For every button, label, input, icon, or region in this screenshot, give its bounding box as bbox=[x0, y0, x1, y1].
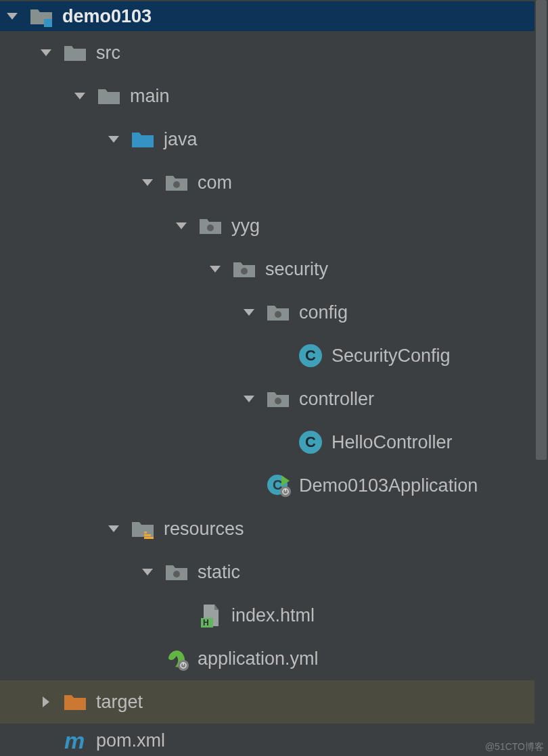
node-label: src bbox=[96, 44, 120, 62]
class-icon: C bbox=[299, 344, 322, 367]
folder-icon bbox=[96, 83, 122, 109]
node-label: pom.xml bbox=[96, 732, 165, 750]
tree-node-root[interactable]: demo0103 bbox=[0, 1, 548, 31]
node-label: resources bbox=[164, 520, 244, 538]
node-label: security bbox=[265, 260, 328, 279]
tree-node-application-yml[interactable]: application.yml bbox=[0, 637, 548, 680]
node-label: SecurityConfig bbox=[332, 347, 451, 365]
tree-node-target[interactable]: target bbox=[0, 680, 548, 724]
tree-node-demo-app[interactable]: Demo0103Application bbox=[0, 464, 548, 507]
node-label: main bbox=[130, 87, 170, 105]
chevron-down-icon[interactable] bbox=[70, 87, 89, 105]
node-label: demo0103 bbox=[62, 7, 152, 26]
tree-node-static[interactable]: static bbox=[0, 550, 548, 594]
node-label: HelloController bbox=[332, 433, 453, 452]
package-icon bbox=[164, 170, 189, 195]
tree-node-com[interactable]: com bbox=[0, 161, 548, 204]
tree-node-main[interactable]: main bbox=[0, 74, 548, 118]
spring-config-icon bbox=[164, 646, 189, 671]
chevron-down-icon[interactable] bbox=[138, 173, 157, 192]
node-label: application.yml bbox=[198, 650, 319, 668]
package-icon bbox=[265, 386, 291, 412]
tree-node-index-html[interactable]: index.html bbox=[0, 594, 548, 637]
class-icon: C bbox=[299, 431, 322, 454]
tree-node-pom-xml[interactable]: pom.xml bbox=[0, 724, 548, 756]
node-label: controller bbox=[299, 390, 374, 408]
node-label: config bbox=[299, 304, 348, 322]
vertical-scrollbar[interactable] bbox=[534, 0, 548, 756]
node-label: static bbox=[198, 563, 240, 582]
chevron-down-icon[interactable] bbox=[172, 216, 191, 235]
chevron-down-icon[interactable] bbox=[3, 7, 22, 26]
chevron-down-icon[interactable] bbox=[239, 303, 258, 322]
chevron-down-icon[interactable] bbox=[239, 389, 258, 408]
node-label: Demo0103Application bbox=[299, 477, 478, 495]
chevron-down-icon[interactable] bbox=[104, 519, 123, 538]
tree-node-security-config[interactable]: C SecurityConfig bbox=[0, 334, 548, 377]
chevron-down-icon[interactable] bbox=[104, 130, 123, 149]
node-label: yyg bbox=[231, 217, 260, 235]
tree-node-java[interactable]: java bbox=[0, 118, 548, 161]
tree-node-yyg[interactable]: yyg bbox=[0, 204, 548, 247]
maven-icon bbox=[62, 728, 88, 753]
chevron-down-icon[interactable] bbox=[206, 260, 225, 279]
node-label: index.html bbox=[231, 607, 315, 625]
package-icon bbox=[198, 213, 223, 239]
node-label: java bbox=[164, 131, 198, 149]
folder-icon bbox=[62, 40, 88, 66]
package-icon bbox=[164, 559, 189, 585]
chevron-down-icon[interactable] bbox=[138, 563, 157, 582]
tree-node-security[interactable]: security bbox=[0, 247, 548, 291]
source-folder-icon bbox=[130, 126, 156, 152]
package-icon bbox=[231, 256, 257, 282]
scrollbar-thumb[interactable] bbox=[536, 0, 547, 460]
project-tree: demo0103 src main java com yyg bbox=[0, 0, 548, 756]
package-icon bbox=[265, 300, 291, 325]
module-icon bbox=[28, 3, 54, 29]
tree-node-controller[interactable]: controller bbox=[0, 377, 548, 421]
chevron-right-icon[interactable] bbox=[37, 692, 55, 711]
tree-node-config[interactable]: config bbox=[0, 291, 548, 334]
tree-node-src[interactable]: src bbox=[0, 31, 548, 74]
watermark: @51CTO博客 bbox=[485, 741, 544, 753]
chevron-down-icon[interactable] bbox=[37, 43, 55, 62]
node-label: target bbox=[96, 693, 143, 711]
excluded-folder-icon bbox=[62, 689, 88, 715]
node-label: com bbox=[198, 174, 232, 192]
tree-node-hello-controller[interactable]: C HelloController bbox=[0, 421, 548, 464]
tree-node-resources[interactable]: resources bbox=[0, 507, 548, 550]
spring-boot-run-icon bbox=[265, 473, 291, 498]
resources-folder-icon bbox=[130, 516, 156, 542]
html-file-icon bbox=[198, 603, 223, 628]
